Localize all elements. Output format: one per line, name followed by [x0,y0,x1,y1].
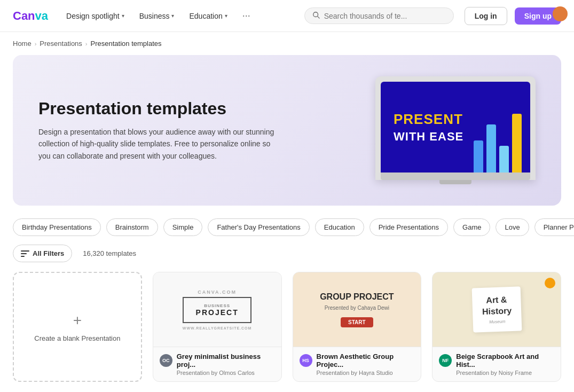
blank-card[interactable]: + Create a blank Presentation [13,272,142,382]
avatar-olmos: OC [160,354,172,367]
nav-business[interactable]: Business ▾ [134,9,180,23]
template-card-art[interactable]: Art &History Museum NF Beige Scrapbook A… [432,272,561,382]
hero-title: Presentation templates [38,99,284,119]
chevron-down-icon: ▾ [171,13,174,19]
avatar-noisy: NF [439,354,452,367]
card-author-business: Presentation by Olmos Carlos [160,370,275,376]
filter-icon [21,250,29,257]
tag-education[interactable]: Education [315,218,364,236]
blank-card-label: Create a blank Presentation [34,334,120,342]
laptop-stand [439,180,471,184]
group-project-sub: Presented by Cahaya Dewi [325,305,389,311]
card-info-art: NF Beige Scrapbook Art and Hist... Prese… [433,347,561,381]
breadcrumb: Home › Presentations › Presentation temp… [0,32,574,55]
card-name-group: Brown Aesthetic Group Projec... [317,352,415,369]
search-input[interactable] [324,12,446,20]
breadcrumb-sep-2: › [85,41,88,47]
card-name-art: Beige Scrapbook Art and Hist... [456,352,554,369]
template-card-group[interactable]: GROUP PROJECT Presented by Cahaya Dewi S… [293,272,422,382]
thumb-group: GROUP PROJECT Presented by Cahaya Dewi S… [293,272,421,347]
card-name-business: Grey minimalist business proj... [177,352,275,369]
decorative-circle [545,278,555,288]
thumb-business-bg: CANVA.COM BUSINESS PROJECT WWW.REALLYGRE… [153,272,281,347]
login-button[interactable]: Log in [465,7,507,25]
svg-rect-2 [21,250,29,252]
hero-description: Design a presentation that blows your au… [38,126,284,162]
chevron-down-icon: ▾ [122,13,124,19]
card-title-row-group: HS Brown Aesthetic Group Projec... [300,352,415,369]
chart-bars [474,114,522,173]
tag-simple[interactable]: Simple [163,218,203,236]
tag-filter-bar: Birthday Presentations Brainstorm Simple… [0,218,574,245]
hero-section: Presentation templates Design a presenta… [13,55,561,206]
hero-image-container: PRESENT WITH EASE [375,76,536,184]
avatar-hayra: HS [300,354,312,367]
svg-line-1 [317,17,319,19]
tag-love[interactable]: Love [496,218,529,236]
thumb-art: Art &History Museum [433,272,561,347]
tag-brainstorm[interactable]: Brainstorm [106,218,158,236]
card-title-row: OC Grey minimalist business proj... [160,352,275,369]
tag-birthday[interactable]: Birthday Presentations [13,218,101,236]
tag-pride[interactable]: Pride Presentations [369,218,448,236]
laptop-base [381,173,530,180]
templates-grid: + Create a blank Presentation CANVA.COM … [0,268,574,392]
template-card-business[interactable]: CANVA.COM BUSINESS PROJECT WWW.REALLYGRE… [153,272,282,382]
svg-rect-4 [21,256,25,257]
nav-business-label: Business [139,12,170,20]
bar-2 [486,124,496,173]
laptop-line1: PRESENT [394,111,463,128]
svg-rect-3 [21,253,27,254]
tag-game[interactable]: Game [453,218,490,236]
all-filters-button[interactable]: All Filters [13,245,72,262]
card-info-group: HS Brown Aesthetic Group Projec... Prese… [293,347,421,381]
nav-education[interactable]: Education ▾ [184,9,232,23]
hero-text: Presentation templates Design a presenta… [38,99,284,162]
search-bar [304,7,454,24]
logo[interactable]: Canva [13,9,48,23]
bar-4 [512,114,522,173]
template-count: 16,320 templates [78,249,136,257]
card-info-business: OC Grey minimalist business proj... Pres… [153,347,281,381]
breadcrumb-current: Presentation templates [91,40,162,48]
search-icon [312,11,320,20]
card-title-row-art: NF Beige Scrapbook Art and Hist... [439,352,554,369]
laptop-line2: WITH EASE [394,130,463,144]
nav-design-spotlight-label: Design spotlight [66,12,120,20]
chevron-down-icon: ▾ [225,13,227,19]
nav-more-button[interactable]: ··· [237,7,256,25]
art-history-card: Art &History Museum [471,287,522,333]
tag-planner[interactable]: Planner Presentations [534,218,574,236]
navbar: Canva Design spotlight ▾ Business ▾ Educ… [0,0,574,32]
plus-icon: + [73,312,82,329]
thumb-business: CANVA.COM BUSINESS PROJECT WWW.REALLYGRE… [153,272,281,347]
business-project-text: BUSINESS PROJECT [183,297,252,323]
breadcrumb-sep-1: › [35,41,37,47]
nav-design-spotlight[interactable]: Design spotlight ▾ [61,9,130,23]
filters-row: All Filters 16,320 templates [0,245,574,268]
breadcrumb-home[interactable]: Home [13,40,32,48]
laptop-image: PRESENT WITH EASE [375,76,536,180]
nav-education-label: Education [189,12,222,20]
card-author-group: Presentation by Hayra Studio [300,370,415,376]
bar-1 [474,140,483,173]
bar-3 [499,146,509,173]
tag-fathers-day[interactable]: Father's Day Presentations [208,218,309,236]
group-project-title: GROUP PROJECT [320,292,394,302]
laptop-screen: PRESENT WITH EASE [381,82,530,173]
card-author-art: Presentation by Noisy Frame [439,370,554,376]
start-button: START [341,317,373,327]
breadcrumb-presentations[interactable]: Presentations [40,40,82,48]
